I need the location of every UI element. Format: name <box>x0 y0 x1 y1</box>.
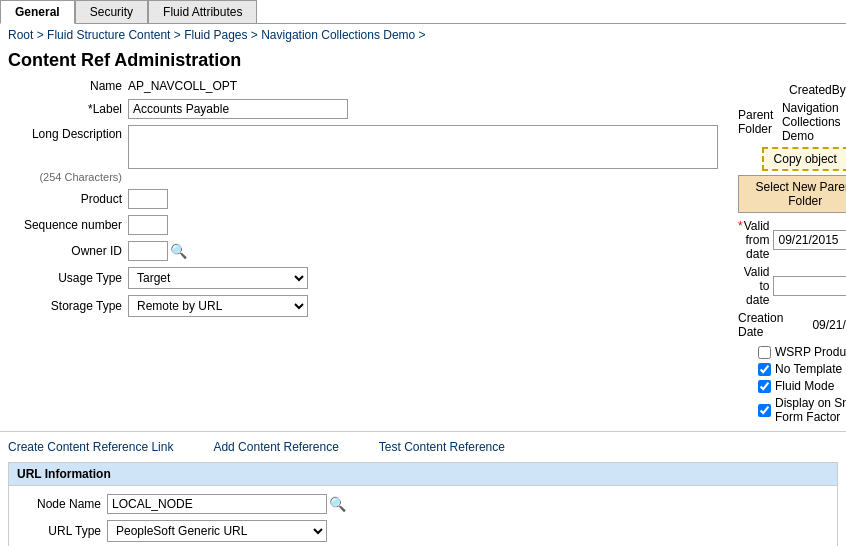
created-by-label: CreatedBy <box>789 83 846 97</box>
links-row: Create Content Reference Link Add Conten… <box>0 431 846 462</box>
display-small-label: Display on Small Form Factor <box>775 396 846 424</box>
seq-label: Sequence number <box>8 218 128 232</box>
usage-type-select[interactable]: Target Homepage Dashboard <box>128 267 308 289</box>
test-content-reference-link[interactable]: Test Content Reference <box>379 440 505 454</box>
storage-type-label: Storage Type <box>8 299 128 313</box>
breadcrumb-nav-collections[interactable]: Navigation Collections Demo <box>261 28 415 42</box>
no-template-checkbox[interactable] <box>758 363 771 376</box>
fluid-mode-label: Fluid Mode <box>775 379 834 393</box>
node-name-input[interactable] <box>107 494 327 514</box>
url-section-header: URL Information <box>9 463 837 486</box>
breadcrumb-fluid-structure[interactable]: Fluid Structure Content <box>47 28 170 42</box>
display-small-checkbox[interactable] <box>758 404 771 417</box>
url-type-label: URL Type <box>17 524 107 538</box>
long-desc-chars: (254 Characters) <box>8 171 128 183</box>
breadcrumb-fluid-pages[interactable]: Fluid Pages <box>184 28 247 42</box>
valid-to-input[interactable] <box>773 276 846 296</box>
select-parent-folder-button[interactable]: Select New Parent Folder <box>738 175 846 213</box>
node-name-label: Node Name <box>17 497 107 511</box>
valid-from-label: Valid from date <box>738 219 769 261</box>
storage-type-select[interactable]: Remote by URL PeopleSoft Local <box>128 295 308 317</box>
copy-object-button[interactable]: Copy object <box>762 147 846 171</box>
product-input[interactable] <box>128 189 168 209</box>
node-name-search-button[interactable]: 🔍 <box>327 496 348 512</box>
usage-type-label: Usage Type <box>8 271 128 285</box>
label-label: *Label <box>8 102 128 116</box>
name-label: Name <box>8 79 128 93</box>
long-desc-label: Long Description <box>8 125 128 141</box>
url-section: URL Information Node Name 🔍 URL Type Peo… <box>8 462 838 546</box>
owner-id-input[interactable] <box>128 241 168 261</box>
valid-from-input[interactable] <box>773 230 846 250</box>
breadcrumb: Root > Fluid Structure Content > Fluid P… <box>0 24 846 46</box>
seq-input[interactable] <box>128 215 168 235</box>
url-type-select[interactable]: PeopleSoft Generic URL Non-PeopleSoft UR… <box>107 520 327 542</box>
product-label: Product <box>8 192 128 206</box>
owner-id-search-button[interactable]: 🔍 <box>168 243 189 259</box>
breadcrumb-root[interactable]: Root <box>8 28 33 42</box>
tab-bar: General Security Fluid Attributes <box>0 0 846 24</box>
parent-folder-value: Navigation Collections Demo <box>782 101 846 143</box>
creation-date-label: Creation Date <box>738 311 808 339</box>
valid-to-label: Valid to date <box>738 265 769 307</box>
creation-date-value: 09/21/2015 <box>812 318 846 332</box>
tab-security[interactable]: Security <box>75 0 148 23</box>
no-template-label: No Template <box>775 362 842 376</box>
long-desc-textarea[interactable] <box>128 125 718 169</box>
fluid-mode-checkbox[interactable] <box>758 380 771 393</box>
create-content-ref-link[interactable]: Create Content Reference Link <box>8 440 173 454</box>
tab-general[interactable]: General <box>0 0 75 24</box>
page-title: Content Ref Administration <box>0 46 846 79</box>
wsrp-checkbox[interactable] <box>758 346 771 359</box>
add-content-reference-link[interactable]: Add Content Reference <box>213 440 338 454</box>
wsrp-label: WSRP Producible <box>775 345 846 359</box>
tab-fluid-attributes[interactable]: Fluid Attributes <box>148 0 257 23</box>
owner-id-label: Owner ID <box>8 244 128 258</box>
label-input[interactable] <box>128 99 348 119</box>
parent-folder-label: Parent Folder <box>738 108 778 136</box>
name-value: AP_NAVCOLL_OPT <box>128 79 237 93</box>
